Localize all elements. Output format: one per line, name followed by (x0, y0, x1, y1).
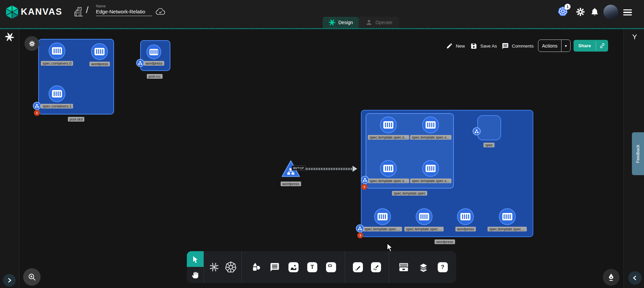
expand-left-panel-button[interactable] (3, 274, 16, 287)
tab-design[interactable]: Design (323, 17, 359, 28)
organization-icon[interactable] (74, 7, 83, 17)
node-label: spec.template.spec.s... (368, 135, 409, 140)
pod-icon[interactable] (33, 102, 41, 110)
comment-tool[interactable] (270, 262, 280, 272)
component-tools (204, 251, 241, 283)
feedback-tab[interactable]: Feedback (632, 132, 644, 175)
actions-label: Actions (538, 40, 561, 52)
text-tool-glyph: T (311, 264, 314, 271)
kubernetes-tool[interactable] (225, 261, 237, 273)
actions-button[interactable]: Actions ▾ (538, 40, 571, 52)
shapes-icon (251, 262, 261, 272)
share-label: Share (574, 40, 596, 52)
ink-pen-button[interactable] (603, 269, 620, 286)
drawer-archive-icon (398, 262, 410, 273)
new-button[interactable]: New (446, 40, 465, 52)
edge-port-label: 80/TCP (291, 165, 306, 170)
container-icon (422, 160, 439, 177)
container-node[interactable]: spec.template.spec.s... (368, 160, 409, 183)
node-config-gear-icon[interactable] (24, 36, 39, 51)
group-label: pod-skd (68, 117, 84, 122)
image-tool[interactable] (288, 262, 299, 272)
node-label: spec.containers.0 (41, 61, 73, 66)
breadcrumb-separator: / (86, 5, 89, 15)
design-name-block: Name Edge-Network-Relatio (96, 4, 152, 16)
share-button[interactable]: Share (574, 40, 608, 52)
circuit-icon (209, 262, 220, 273)
container-icon (147, 45, 161, 59)
error-badge[interactable]: 3 (357, 232, 363, 238)
container-node[interactable]: spec.template.spec.s... (410, 160, 451, 183)
copy-link-icon[interactable] (596, 40, 608, 52)
select-tool[interactable] (187, 251, 204, 267)
chevron-right-icon (7, 278, 12, 283)
container-node[interactable]: spec.template.spec.... (363, 208, 402, 231)
menu-hamburger-icon[interactable] (623, 9, 632, 15)
group-label: pod-rcc (147, 74, 163, 79)
tab-operate[interactable]: Operate (359, 17, 399, 28)
pencil-squiggle-icon (372, 264, 380, 271)
caret-down-icon[interactable]: ▾ (561, 40, 570, 52)
zoom-button[interactable] (23, 268, 41, 286)
panel-tools: ? (389, 251, 456, 283)
cloud-saved-icon (155, 7, 166, 15)
save-as-label: Save As (480, 44, 497, 49)
note-tool[interactable] (326, 262, 336, 272)
settings-gear-icon[interactable] (576, 7, 585, 16)
pod-icon[interactable] (473, 127, 481, 135)
service-edge[interactable] (301, 168, 353, 170)
container-node[interactable]: wordpress (90, 43, 110, 66)
node-label: wordpress (90, 62, 110, 66)
group-label: wordpress (435, 239, 455, 244)
container-node[interactable]: wordpress (455, 208, 476, 231)
pan-tool[interactable] (187, 267, 204, 283)
help-tool[interactable]: ? (438, 262, 448, 272)
kanvas-logo-icon[interactable] (5, 5, 19, 19)
layers-tool[interactable] (418, 262, 429, 273)
note-tab-icon (327, 264, 335, 271)
container-node[interactable]: spec.template.spec.s... (410, 117, 451, 140)
user-avatar[interactable] (603, 5, 618, 19)
container-icon (380, 160, 397, 177)
node-label: spec.containers.1 (41, 104, 73, 109)
components-tool[interactable] (209, 262, 220, 273)
error-badge[interactable]: 2 (34, 110, 40, 116)
deployment-icon[interactable] (356, 224, 364, 232)
spec-node[interactable] (477, 115, 501, 140)
design-name-input[interactable]: Edge-Network-Relatio (96, 9, 152, 16)
spec-node-label: spec (483, 143, 494, 147)
pod-icon[interactable] (361, 176, 369, 184)
container-icon (422, 117, 439, 133)
pen-nib-icon (607, 273, 615, 282)
pen-tool[interactable] (353, 262, 363, 272)
node-label: wordpress (144, 61, 164, 66)
node-label: spec.template.spec.s... (368, 178, 409, 183)
collapse-right-panel-button[interactable] (628, 271, 642, 285)
tab-operate-label: Operate (375, 20, 392, 25)
kanvas-app: KANVAS / Name Edge-Network-Relatio Desig… (0, 0, 644, 288)
context-count-badge: 1 (565, 4, 571, 10)
app-header: KANVAS / Name Edge-Network-Relatio Desig… (0, 0, 644, 28)
pod-icon[interactable] (136, 59, 144, 67)
design-spiral-icon (329, 19, 335, 26)
container-node[interactable]: spec.containers.0 (41, 43, 73, 66)
container-icon (49, 85, 65, 102)
dock-handle-icon[interactable]: Y (630, 33, 639, 41)
drawer-tool[interactable] (398, 262, 410, 273)
image-icon (290, 264, 297, 271)
container-node[interactable]: spec.template.spec.... (405, 208, 444, 231)
notifications-bell-icon[interactable] (590, 7, 599, 16)
container-node[interactable]: spec.template.spec.... (488, 208, 527, 231)
error-badge[interactable]: 3 (361, 184, 367, 190)
comments-button[interactable]: Comments (502, 40, 534, 52)
save-as-button[interactable]: Save As (470, 40, 497, 52)
container-node[interactable]: spec.template.spec.s... (368, 117, 409, 140)
node-label: spec.template.spec.s... (410, 135, 451, 140)
text-tool[interactable]: T (307, 262, 317, 272)
container-node[interactable]: wordpress (144, 45, 164, 66)
shapes-tool[interactable] (251, 262, 261, 272)
freehand-tool[interactable] (371, 262, 381, 272)
container-node[interactable]: spec.containers.1 (41, 85, 73, 109)
save-icon (470, 43, 477, 50)
kanvas-spinner-icon[interactable] (5, 32, 14, 42)
